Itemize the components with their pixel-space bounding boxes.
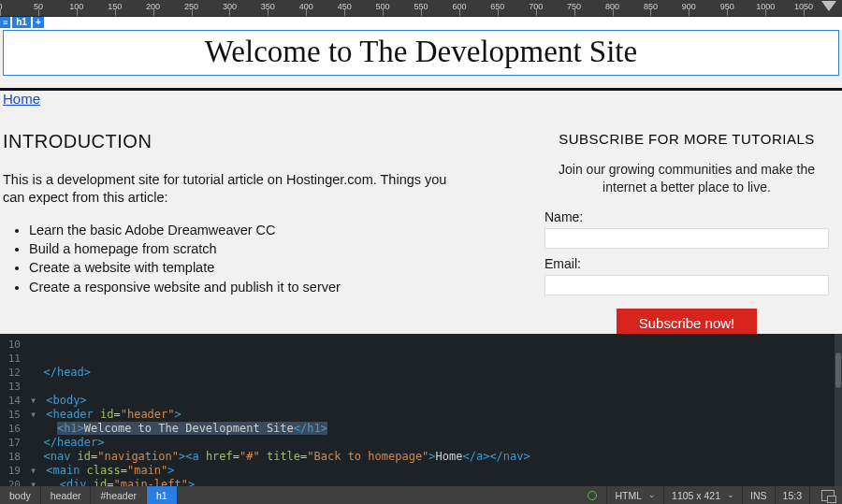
intro-paragraph: This is a development site for tutorial …	[3, 171, 452, 207]
subscribe-subtext: Join our growing communities and make th…	[544, 161, 829, 196]
breadcrumb-body[interactable]: body	[0, 486, 41, 504]
nav-home-link[interactable]: Home	[3, 91, 40, 107]
line-number-gutter: 10 11 12 13 14 15 16 17 18 19 20 21	[0, 334, 26, 486]
add-element-button[interactable]: +	[33, 17, 44, 28]
subscribe-heading: SUBSCRIBE FOR MORE TUTORIALS	[544, 131, 829, 147]
insert-mode[interactable]: INS	[742, 486, 775, 504]
hamburger-icon[interactable]: ≡	[0, 17, 10, 28]
list-item: Build a homepage from scratch	[29, 239, 533, 258]
list-item: Create a website with template	[29, 258, 533, 277]
email-input[interactable]	[544, 275, 829, 295]
feature-list: Learn the basic Adobe Dreamweaver CC Bui…	[3, 221, 533, 296]
code-content[interactable]: </head> ▾ <body> ▾ <header id="header"> …	[30, 338, 836, 486]
breadcrumb-header-id[interactable]: #header	[91, 486, 147, 504]
list-item: Learn the basic Adobe Dreamweaver CC	[29, 221, 533, 239]
email-label: Email:	[544, 256, 829, 271]
status-ok-icon	[588, 491, 597, 500]
main-left-column: INTRODUCTION This is a development site …	[0, 131, 533, 334]
playhead-icon[interactable]	[821, 1, 836, 11]
breadcrumb-h1[interactable]: h1	[147, 486, 178, 504]
viewport-size[interactable]: 1105 x 421	[663, 486, 742, 504]
name-label: Name:	[544, 209, 829, 224]
scrollbar-thumb[interactable]	[835, 353, 841, 388]
name-input[interactable]	[544, 228, 829, 249]
vertical-scrollbar[interactable]	[835, 334, 842, 486]
overlay-icon[interactable]	[809, 486, 842, 504]
h1-selection-outline[interactable]: Welcome to The Development Site	[3, 30, 839, 76]
horizontal-ruler[interactable]: 0501001502002503003504004505005506006507…	[0, 0, 842, 17]
language-selector[interactable]: HTML	[606, 486, 663, 504]
divider	[0, 88, 842, 91]
subscribe-panel: SUBSCRIBE FOR MORE TUTORIALS Join our gr…	[533, 131, 842, 334]
status-bar: body header #header h1 HTML 1105 x 421 I…	[0, 486, 842, 504]
live-preview-pane: Welcome to The Development Site Home INT…	[0, 30, 842, 334]
breadcrumb-header[interactable]: header	[41, 486, 92, 504]
code-editor[interactable]: 10 11 12 13 14 15 16 17 18 19 20 21 </he…	[0, 334, 842, 486]
list-item: Create a responsive website and publish …	[29, 278, 533, 296]
subscribe-button[interactable]: Subscribe now!	[617, 309, 758, 334]
page-title: Welcome to The Development Site	[4, 35, 838, 69]
element-badge-strip: ≡ h1 +	[0, 17, 842, 30]
section-heading: INTRODUCTION	[3, 131, 533, 152]
selected-tag-badge[interactable]: h1	[12, 17, 31, 28]
cursor-position: 15:3	[775, 486, 809, 504]
